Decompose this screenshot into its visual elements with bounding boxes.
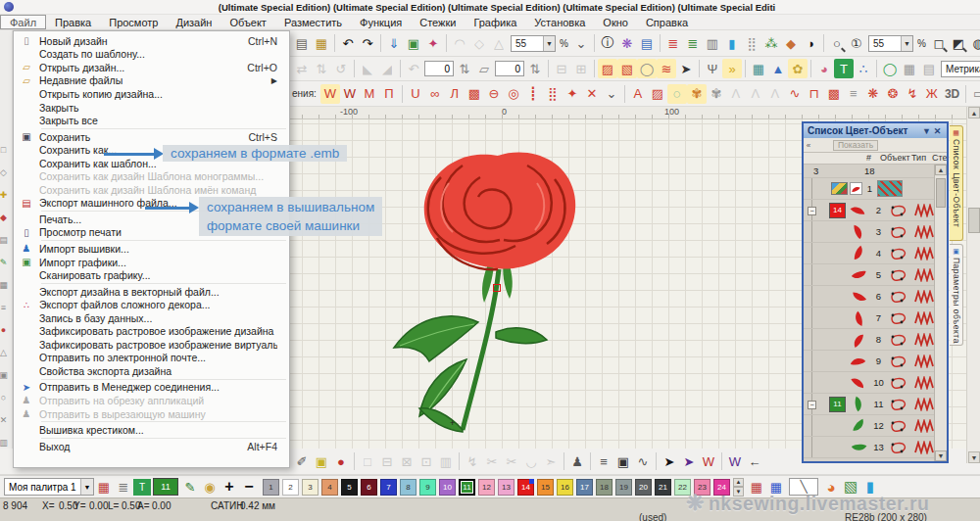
menu-item-31[interactable]: ➤Отправить в Менеджер соединения... [14,381,289,395]
hoop-display-icon[interactable]: ◯ [880,59,900,78]
sliders-icon[interactable]: ≡ [594,451,613,471]
color-swatch[interactable]: 14 [829,203,846,218]
spin-up-down-icon[interactable]: ⇅ [525,59,545,78]
ruler-icon[interactable]: ▭ [969,84,980,104]
pin-icon[interactable]: ▼ [921,126,932,136]
panel-scroll-up-icon[interactable]: ▲ [935,165,947,175]
fan-icon[interactable]: ❋ [863,84,883,104]
tshirt-icon[interactable]: T [834,59,854,78]
snapshot-icon[interactable]: ▣ [613,451,633,471]
satin-fill-icon[interactable]: ▧ [617,59,637,78]
color-object-row[interactable]: 3 [804,221,947,243]
info-icon[interactable]: ⓘ [598,33,617,53]
selection-handle[interactable] [493,284,501,292]
zigzag-stitch-icon[interactable]: M [360,84,379,104]
vscroll-thumb[interactable] [968,208,980,233]
zoom-combo-2[interactable]: 55▼ [868,35,913,52]
menubar-item-6[interactable]: Разместить [275,15,351,29]
canvas-vscrollbar[interactable]: ▲ ▼ [966,107,980,463]
menubar-item-8[interactable]: Стежки [411,15,465,29]
color-object-row[interactable]: 5 [804,264,947,286]
outline-stitch-icon[interactable]: ◯ [637,59,657,78]
group-row[interactable]: 3 18 ▲ [804,165,947,178]
menubar-item-10[interactable]: Установка [525,15,594,29]
cross-stitch-icon[interactable]: ✕ [582,84,602,104]
rotate-angle-input[interactable]: 0 [424,61,454,76]
color-object-row[interactable]: 12 [804,415,947,437]
tab-color-object-list[interactable]: ▦ Список Цвет-Объект [950,125,963,241]
ring-stitch-icon[interactable]: ◎ [504,84,523,104]
palette-swatch-13[interactable]: 13 [498,479,514,496]
left-tool-icon[interactable]: ○ [0,386,10,408]
menu-item-9[interactable]: ▣СохранитьCtrl+S [14,130,289,144]
menu-item-4[interactable]: ▱Недавние файлы▶ [14,74,289,88]
satin-border-icon[interactable]: ≋ [657,59,676,78]
menubar-item-3[interactable]: Просмотр [100,15,167,29]
palette-swatch-19[interactable]: 19 [615,479,632,496]
menu-item-25[interactable]: Запись в базу данных... [14,311,289,325]
tab-object-properties[interactable]: ▣ Параметры объекта [950,244,963,346]
satin-stitch-icon[interactable]: W [320,84,340,104]
menu-item-7[interactable]: Закрыть все [14,114,289,127]
left-tool-icon[interactable]: ◆ [0,206,10,228]
left-tool-icon[interactable]: □ [0,138,10,161]
back-icon[interactable]: ← [745,451,764,471]
menubar-item-4[interactable]: Дизайн [167,15,220,29]
color-object-list-icon[interactable]: ≣ [663,33,683,53]
palette-editor-icon[interactable]: ▥ [703,33,722,53]
tree-expander-icon[interactable]: − [808,401,816,409]
effect-angle-icon[interactable]: A [628,84,648,104]
left-tool-icon[interactable]: ✕ [0,408,10,431]
menu-item-37[interactable]: ВыходAlt+F4 [14,440,289,453]
close-icon[interactable]: ✕ [932,126,943,136]
color-object-row[interactable]: 9 [804,351,947,372]
add-color-icon[interactable]: + [220,478,239,497]
menu-item-6[interactable]: Закрыть [14,101,289,115]
color-object-row[interactable]: 7 [804,308,947,329]
menu-item-1[interactable]: ▯Новый дизайнCtrl+N [14,34,289,48]
palette-swatch-9[interactable]: 9 [419,479,436,496]
branching-icon[interactable]: Ψ [703,59,722,78]
panel-vscrollbar[interactable]: ▲ ▼ [934,165,947,461]
palette-select[interactable]: Моя палитра 1 ▼ [4,478,94,496]
shapes-tool-icon[interactable]: ▣ [312,451,331,471]
menu-item-20[interactable]: ▣Импорт графики... [14,256,289,269]
dot-fill-icon[interactable]: ⣿ [543,84,563,104]
color-object-row[interactable]: 4 [804,243,947,264]
units-combo[interactable]: Метрика▼ [941,61,980,77]
eyedropper-icon[interactable]: ✎ [180,478,200,497]
send-design-icon[interactable]: ✦ [423,33,443,53]
menubar-item-7[interactable]: Функция [351,15,411,29]
square-stitch-icon[interactable]: Л [445,84,465,104]
color-object-row[interactable]: −1111 [804,394,947,415]
menu-item-2[interactable]: Создать по шаблону... [14,48,289,62]
design-properties-icon[interactable]: ❋ [617,33,637,53]
curl-icon[interactable]: ↯ [903,84,922,104]
operator-icon[interactable]: ♟ [567,451,587,471]
send-to-machine-icon[interactable]: ⇓ [384,33,404,53]
panel-scroll-thumb[interactable] [936,178,946,208]
zoom-article-icon[interactable]: ◍ [968,33,980,53]
menu-item-35[interactable]: Вышивка крестиком... [14,423,289,437]
vector-shapes-icon[interactable]: ▲ [768,59,788,78]
object-list-icon[interactable]: ≣ [683,33,703,53]
left-tool-icon[interactable]: ≡ [0,296,10,318]
panel-title-bar[interactable]: Список Цвет-Объект ▼ ✕ [804,123,947,138]
satin-wide-icon[interactable]: W [340,84,360,104]
diamond-fill-icon[interactable]: ✦ [563,84,582,104]
left-tool-icon[interactable]: ▦ [0,273,10,296]
step-fill-icon[interactable]: П [379,84,399,104]
menubar-item-5[interactable]: Объект [220,15,274,29]
palette-list-icon[interactable]: ≣ [114,478,133,497]
left-tool-icon[interactable]: ✚ [0,183,10,206]
lines-icon[interactable]: ≡ [844,84,863,104]
palette-swatch-12[interactable]: 12 [478,479,495,496]
paste-icon[interactable]: ▤ [292,33,312,53]
travel-object-icon[interactable]: ➤ [679,451,699,471]
tshirt-color-icon[interactable]: T [133,479,151,496]
zoom-1to1-icon[interactable]: ① [847,33,866,53]
color-object-row[interactable]: 13 [804,437,947,458]
remove-color-icon[interactable]: − [239,478,259,497]
color-object-row[interactable]: 10 [804,372,947,394]
mask-tool-icon[interactable]: ● [331,451,351,471]
